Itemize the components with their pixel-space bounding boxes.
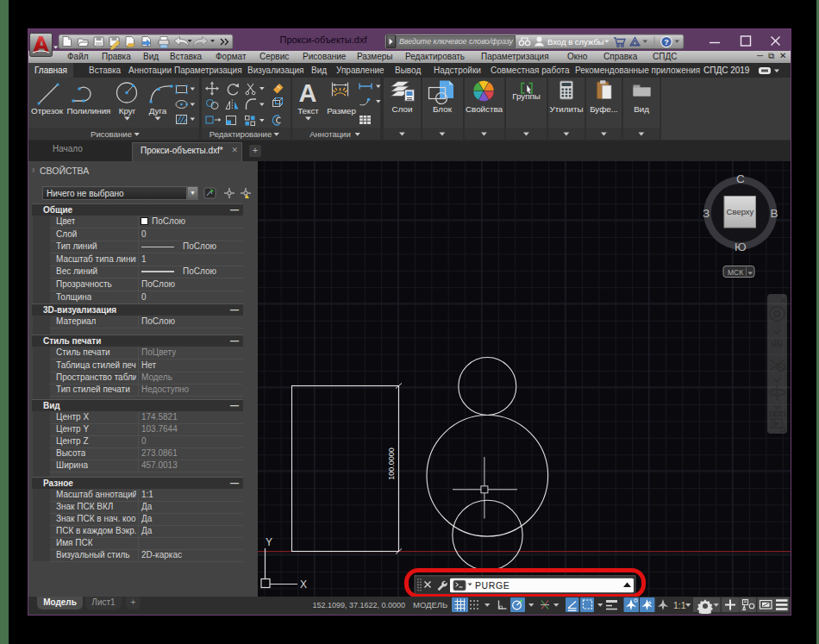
svg-text:Рисование: Рисование	[91, 129, 132, 139]
svg-text:Слои: Слои	[392, 104, 413, 114]
svg-text:Отрезок: Отрезок	[31, 106, 64, 116]
svg-text:С: С	[736, 172, 745, 185]
svg-text:X: X	[300, 578, 307, 591]
svg-text:1:1: 1:1	[673, 600, 686, 610]
svg-text:Группы: Группы	[512, 91, 541, 101]
svg-text:Свойства: Свойства	[466, 104, 503, 114]
svg-text:Буфе...: Буфе...	[590, 104, 618, 114]
svg-text:А: А	[299, 79, 317, 107]
svg-text:100.0000: 100.0000	[387, 447, 396, 480]
svg-text:Сверху: Сверху	[727, 207, 754, 216]
svg-text:Ю: Ю	[735, 241, 747, 253]
svg-text:Блок: Блок	[433, 104, 453, 114]
svg-text:?: ?	[664, 38, 669, 47]
svg-text:Текст: Текст	[297, 106, 319, 116]
svg-text:Y: Y	[266, 536, 272, 548]
svg-text:В: В	[770, 207, 778, 220]
svg-text:Полилиния: Полилиния	[67, 106, 111, 116]
svg-text:Дуга: Дуга	[149, 106, 167, 116]
svg-text:Размер: Размер	[327, 106, 356, 116]
svg-text:Редактирование: Редактирование	[209, 129, 272, 139]
svg-text:З: З	[703, 207, 710, 220]
svg-text:Вид: Вид	[634, 104, 649, 114]
svg-text:Аннотации: Аннотации	[309, 129, 351, 139]
svg-text:Вход в службы: Вход в службы	[547, 37, 604, 47]
svg-text:Утилиты: Утилиты	[550, 104, 584, 114]
svg-text:МСК: МСК	[728, 268, 743, 277]
svg-text:Введите ключевое слово/фразу: Введите ключевое слово/фразу	[399, 37, 514, 46]
svg-text:Круг: Круг	[119, 106, 136, 116]
